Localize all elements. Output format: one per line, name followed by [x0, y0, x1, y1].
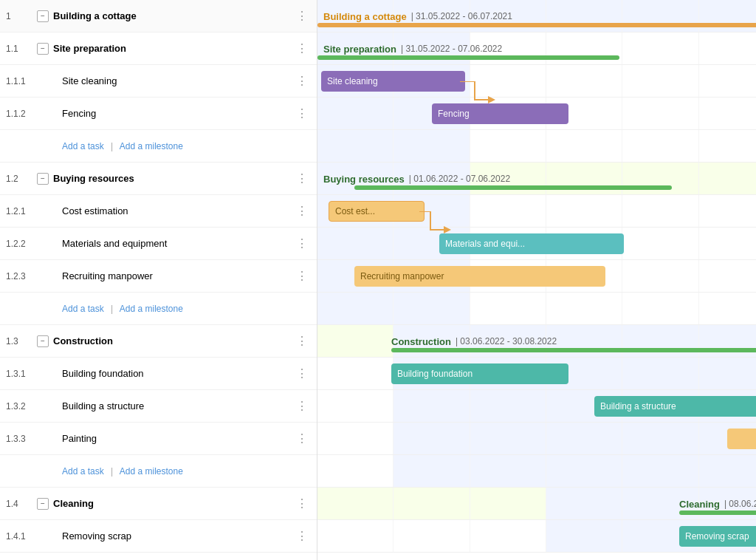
col-rs-1 — [317, 520, 394, 552]
col-bs-3 — [470, 390, 546, 422]
col-bs-1 — [317, 390, 394, 422]
label-1-2: Buying resources — [50, 173, 293, 184]
menu-1-2-1[interactable] — [293, 204, 311, 218]
gantt-row-add-1-1 — [317, 130, 756, 163]
bar-removing-scrap[interactable]: Removing scrap — [679, 526, 756, 547]
bar-materials[interactable]: Materials and equi... — [439, 233, 624, 254]
col-a1-3 — [470, 130, 546, 162]
app-container: 1 − Building a cottage 1.1 − Site prepar… — [0, 0, 756, 560]
bar-building-foundation[interactable]: Building foundation — [391, 363, 568, 384]
menu-1-3-2[interactable] — [293, 399, 311, 413]
col-f-5 — [622, 98, 698, 129]
add-milestone-1-3[interactable]: Add a milestone — [120, 466, 183, 477]
menu-1-1[interactable] — [293, 41, 311, 55]
expand-1-2[interactable]: − — [35, 173, 50, 185]
gantt-cols-add-1-2 — [317, 293, 756, 324]
gantt-bar-1 — [317, 23, 756, 27]
menu-1-3-3[interactable] — [293, 431, 311, 445]
expand-btn-1-1[interactable]: − — [37, 43, 49, 55]
row-add-1-3: Add a task | Add a milestone — [0, 455, 317, 488]
menu-1-3-1[interactable] — [293, 366, 311, 380]
row-1-3-3: 1.3.3 Painting — [0, 423, 317, 455]
gantt-row-1-2: Buying resources | 01.06.2022 - 07.06.20… — [317, 163, 756, 195]
col-cl-3 — [470, 488, 546, 519]
expand-btn-1-4[interactable]: − — [37, 498, 49, 510]
add-task-1-2[interactable]: Add a task — [62, 304, 104, 314]
menu-1-3[interactable] — [293, 334, 311, 348]
expand-1-3[interactable]: − — [35, 335, 50, 347]
col-me-1 — [317, 228, 394, 259]
col-bf-1 — [317, 358, 394, 389]
col-pa-4 — [546, 423, 622, 454]
menu-1-1-2[interactable] — [293, 106, 311, 120]
row-1-2-1: 1.2.1 Cost estimation — [0, 195, 317, 228]
col-a3-5 — [622, 455, 698, 487]
bar-building-structure[interactable]: Building a structure — [594, 396, 756, 417]
add-task-1-3[interactable]: Add a task — [62, 466, 104, 477]
bar-fencing[interactable]: Fencing — [432, 103, 568, 124]
row-add-1-2: Add a task | Add a milestone — [0, 293, 317, 325]
menu-1-2[interactable] — [293, 171, 311, 185]
add-row-1-1: Add a task | Add a milestone — [50, 141, 311, 151]
menu-1-4[interactable] — [293, 496, 311, 511]
menu-1-1-1[interactable] — [293, 74, 311, 88]
sep-1-1: | — [111, 141, 113, 151]
expand-1-1[interactable]: − — [35, 43, 50, 55]
add-milestone-1-1[interactable]: Add a milestone — [120, 141, 183, 151]
menu-1-2-2[interactable] — [293, 236, 311, 250]
label-1-1: Site preparation — [50, 43, 293, 54]
expand-1-4[interactable]: − — [35, 498, 50, 510]
col-c-4 — [546, 65, 622, 97]
col-cl-2 — [394, 488, 470, 519]
row-number-1-3-2: 1.3.2 — [6, 401, 35, 412]
gantt-row-1-3: Construction | 03.06.2022 - 30.08.2022 — [317, 325, 756, 358]
col-a1-2 — [394, 130, 470, 162]
row-1-2-2: 1.2.2 Materials and equipment — [0, 228, 317, 260]
col-a2-5 — [622, 293, 698, 324]
gantt-panel: Building a cottage | 31.05.2022 - 06.07.… — [317, 0, 756, 560]
label-1-2-1: Cost estimation — [50, 205, 293, 216]
label-1-4: Cleaning — [50, 498, 293, 509]
row-number-1-2-2: 1.2.2 — [6, 239, 35, 249]
col-1-1-6 — [699, 33, 756, 64]
bar-label-removing-scrap: Removing scrap — [685, 531, 749, 542]
expand-1[interactable]: − — [35, 10, 50, 22]
col-cl-4 — [546, 488, 622, 519]
col-bf-5 — [622, 358, 698, 389]
bar-recruiting[interactable]: Recruiting manpower — [354, 266, 605, 287]
add-task-1-1[interactable]: Add a task — [62, 141, 104, 151]
gantt-cols-add-1-3 — [317, 455, 756, 487]
col-c-5 — [622, 65, 698, 97]
bar-label-building-structure: Building a structure — [600, 401, 676, 412]
bar-painting[interactable] — [727, 428, 756, 449]
col-f-1 — [317, 98, 394, 129]
bar-cost-estimation[interactable]: Cost est... — [329, 201, 425, 222]
gantt-row-1-2-1: Cost est... — [317, 195, 756, 228]
add-milestone-1-2[interactable]: Add a milestone — [120, 304, 183, 314]
col-br-6 — [699, 163, 756, 194]
expand-btn-1-2[interactable]: − — [37, 173, 49, 185]
row-1-1-2: 1.1.2 Fencing — [0, 98, 317, 130]
row-number-1: 1 — [6, 11, 35, 21]
col-a3-4 — [546, 455, 622, 487]
col-bs-2 — [394, 390, 470, 422]
col-rm-6 — [699, 260, 756, 292]
bar-label-site-cleaning: Site cleaning — [327, 76, 378, 86]
expand-btn-1-3[interactable]: − — [37, 335, 49, 347]
bar-site-cleaning[interactable]: Site cleaning — [321, 71, 465, 92]
col-pa-1 — [317, 423, 394, 454]
gantt-date-1-1: | 31.05.2022 - 07.06.2022 — [401, 44, 502, 54]
gantt-date-1-3: | 03.06.2022 - 30.08.2022 — [456, 336, 557, 346]
col-c-6 — [699, 65, 756, 97]
expand-btn-1[interactable]: − — [37, 10, 49, 22]
gantt-row-1-4: Cleaning | 08.06.20 — [317, 488, 756, 520]
col-a1-5 — [622, 130, 698, 162]
left-panel: 1 − Building a cottage 1.1 − Site prepar… — [0, 0, 317, 560]
col-a1-6 — [699, 130, 756, 162]
row-number-1-4: 1.4 — [6, 499, 35, 509]
menu-1[interactable] — [293, 9, 311, 23]
gantt-label-1-2: Buying resources — [323, 173, 405, 184]
col-rs-3 — [470, 520, 546, 552]
menu-1-4-1[interactable] — [293, 529, 311, 543]
menu-1-2-3[interactable] — [293, 269, 311, 283]
